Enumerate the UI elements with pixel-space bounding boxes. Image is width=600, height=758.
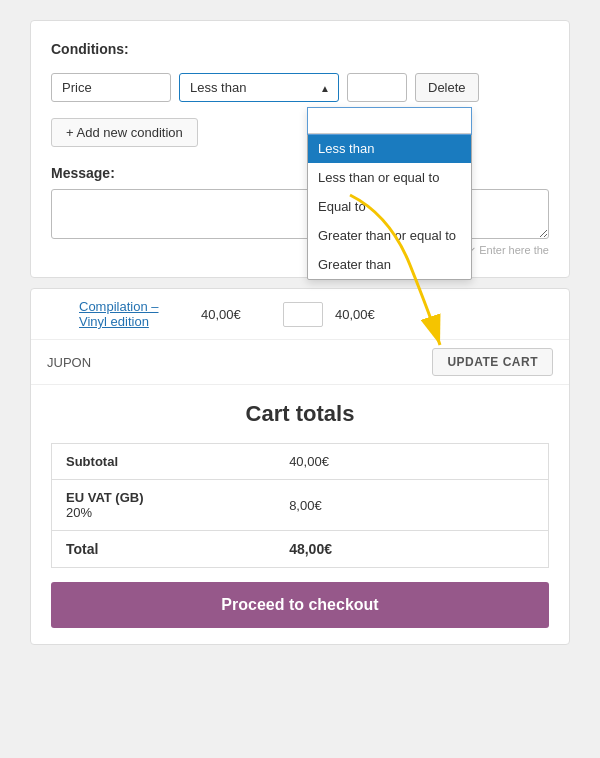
condition-dropdown-trigger[interactable]: Less than ▲ (179, 73, 339, 102)
cart-item-row: Compilation – Vinyl edition 40,00€ 1 40,… (31, 289, 569, 340)
condition-dropdown: Less than Less than or equal to Equal to… (307, 107, 472, 280)
cart-panel: Compilation – Vinyl edition 40,00€ 1 40,… (30, 288, 570, 645)
message-label: Message: (51, 165, 549, 181)
conditions-label: Conditions: (51, 41, 549, 57)
total-row: Total 48,00€ (52, 531, 549, 568)
total-value: 48,00€ (275, 531, 548, 568)
message-section: Message: ↙ Enter here the (51, 165, 549, 257)
coupon-label: JUPON (47, 355, 432, 370)
cart-line-total: 40,00€ (335, 307, 395, 322)
subtotal-label: Subtotal (52, 444, 276, 480)
cart-totals-section: Cart totals Subtotal 40,00€ EU VAT (GB)2… (31, 385, 569, 644)
dropdown-option-equal[interactable]: Equal to (308, 192, 471, 221)
dropdown-option-greater[interactable]: Greater than (308, 250, 471, 279)
dropdown-search-input[interactable] (308, 108, 471, 134)
condition-arrow-icon: ▲ (320, 82, 330, 93)
cart-actions-row: JUPON UPDATE CART (31, 340, 569, 385)
cart-totals-title: Cart totals (51, 401, 549, 427)
condition-selected-label: Less than (190, 80, 246, 95)
condition-row: Price Less than ▲ Less than Less than or… (51, 73, 549, 102)
proceed-to-checkout-button[interactable]: Proceed to checkout (51, 582, 549, 628)
dropdown-option-less-equal[interactable]: Less than or equal to (308, 163, 471, 192)
update-cart-button[interactable]: UPDATE CART (432, 348, 553, 376)
message-input[interactable] (51, 189, 549, 239)
vat-label: EU VAT (GB)20% (52, 480, 276, 531)
vat-value: 8,00€ (275, 480, 548, 531)
add-condition-button[interactable]: + Add new condition (51, 118, 198, 147)
dropdown-option-greater-equal[interactable]: Greater than or equal to (308, 221, 471, 250)
price-select[interactable]: Price (51, 73, 171, 102)
total-label: Total (52, 531, 276, 568)
delete-button[interactable]: Delete (415, 73, 479, 102)
condition-select-wrapper: Less than ▲ Less than Less than or equal… (179, 73, 339, 102)
cart-quantity-input[interactable]: 1 (283, 302, 323, 327)
price-value-input[interactable]: 50 (347, 73, 407, 102)
cart-item-price: 40,00€ (201, 307, 271, 322)
totals-table: Subtotal 40,00€ EU VAT (GB)20% 8,00€ Tot… (51, 443, 549, 568)
vat-row: EU VAT (GB)20% 8,00€ (52, 480, 549, 531)
cart-product-link[interactable]: Compilation – Vinyl edition (79, 299, 189, 329)
subtotal-row: Subtotal 40,00€ (52, 444, 549, 480)
enter-hint: ↙ Enter here the (51, 244, 549, 257)
conditions-panel: Conditions: Price Less than ▲ Less than … (30, 20, 570, 278)
subtotal-value: 40,00€ (275, 444, 548, 480)
dropdown-option-less-than[interactable]: Less than (308, 134, 471, 163)
